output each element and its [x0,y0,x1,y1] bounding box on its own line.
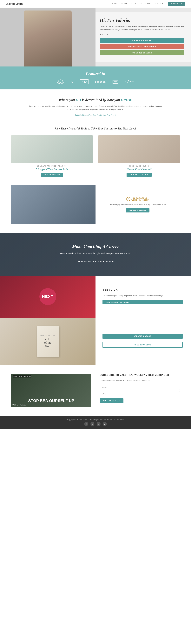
coaching-career-heading: Make Coaching A Career [28,244,163,249]
tool-btn-1[interactable]: GIVE ME ACCESS! [41,172,63,177]
video-area[interactable]: STOP BEA OURSELF UP Stop Beating Yoursel… [11,374,91,407]
book-cover: VALORIE BURTON Let Go of the Guil [37,326,59,357]
tool-card-1: 15-MINUTE FREE VIDEO TRAINING 5 Stages o… [11,135,93,177]
membership-body: Close the gap between where you are and … [109,203,166,206]
grow-body: If you want to grow your life, your rela… [28,104,163,111]
inquire-speaking-button[interactable]: INQUIRE ABOUT SPEAKING [103,300,183,304]
tool-title-2: How to Coach Yourself [98,168,180,171]
today-rainbow-icon [58,80,63,82]
nav-coaching[interactable]: COACHING [141,3,151,5]
tool-label-1: 15-MINUTE FREE VIDEO TRAINING [11,165,93,167]
subscribe-submit-button[interactable]: YES, I NEED THAT! [100,398,124,404]
membership-logo-text-block: SUCCESSFUL WOMEN'S ACADEMY [131,197,149,201]
nav-speaking[interactable]: SPEAKING [155,3,164,5]
name-field-group [100,385,180,390]
book-author: VALORIE BURTON [40,335,55,336]
email-field-group [100,391,180,396]
grow-heading: Where you GO is determined by how you GR… [28,98,163,102]
logo-oprah: O [70,80,73,84]
next-circle-decoration: NEXT [39,288,56,305]
tools-heading: Use These Powerful Tools to Take Your Su… [0,127,191,130]
membership-logo-main: SUCCESSFUL [131,197,149,199]
coaching-career-body: Learn to transform lives, create breakth… [28,252,163,255]
membership-logo: ✦ SUCCESSFUL WOMEN'S ACADEMY [126,197,149,201]
speaking-section: NEXT SPEAKING Timely messages. Lasting i… [0,276,191,318]
speaking-body: Timely messages. Lasting inspiration. So… [103,294,183,297]
speaking-content: SPEAKING Timely messages. Lasting inspir… [95,276,191,318]
footer-copyright: Copyright 2022 · 2023 Valorie Burton. Al… [5,419,186,420]
free-book-club-button[interactable]: FREE BOOK CLUB [103,342,183,348]
tool-image-1 [11,135,93,163]
navigation: valorieburton. ABOUT BOOKS BLOG COACHING… [0,0,191,8]
video-big-text: STOP BEA OURSELF UP [12,399,90,403]
membership-photo [11,185,95,224]
social-instagram[interactable]: in [97,422,101,426]
membership-content: ✦ SUCCESSFUL WOMEN'S ACADEMY Close the g… [95,185,180,224]
tool-card-2: FREE ONLINE COURSE How to Coach Yourself… [98,135,180,177]
logo-npr: npr [113,80,118,84]
hero-content: Hi, I'm Valorie. I use coaching and posi… [95,12,191,62]
social-facebook[interactable]: f [84,422,88,426]
featured-logos: TODAY O IOZ ESSENCE npr Los AngelesTimes [11,79,180,84]
hero-section: Hi, I'm Valorie. I use coaching and posi… [0,8,191,66]
nav-links: ABOUT BOOKS BLOG COACHING SPEAKING MEMBE… [110,2,186,6]
books-content: VALORIE'S BOOKS FREE BOOK CLUB [95,318,191,365]
take-free-classes-button[interactable]: TAKE FREE CLASSES [100,50,184,56]
books-section: VALORIE BURTON Let Go of the Guil VALORI… [0,318,191,365]
video-thumbnail: STOP BEA OURSELF UP Stop Beating Yoursel… [11,374,91,407]
tool-label-2: FREE ONLINE COURSE [98,165,180,167]
logo-oz: IOZ [80,79,88,84]
books-photo: VALORIE BURTON Let Go of the Guil [0,318,95,365]
featured-in-section: Featured In TODAY O IOZ ESSENCE npr Los … [0,66,191,90]
membership-nav-button[interactable]: MEMBERSHIP [168,2,186,6]
footer: Copyright 2022 · 2023 Valorie Burton. Al… [0,416,191,429]
logo-today: TODAY [57,80,64,84]
logo[interactable]: valorieburton. [5,2,23,6]
nav-books[interactable]: BOOKS [121,3,128,5]
logo-text: valorieburton. [5,2,23,5]
become-member-button[interactable]: BECOME A MEMBER [100,38,184,43]
email-input[interactable] [100,391,180,396]
hero-title: Hi, I'm Valorie. [100,18,184,23]
nav-about[interactable]: ABOUT [110,3,117,5]
featured-in-heading: Featured In [11,72,180,76]
tool-title-1: 5 Stages of Your Success Path [11,168,93,171]
hero-person-photo [24,10,72,66]
nav-blog[interactable]: BLOG [131,3,137,5]
speaking-photo: NEXT [0,276,95,318]
hero-start: Start here... [100,33,184,36]
hero-body: I use coaching and positive psychology r… [100,25,184,31]
grow-tagline: Build Resilience. Find Your Joy. Be Your… [28,114,163,117]
subscribe-section: STOP BEA OURSELF UP Stop Beating Yoursel… [0,365,191,416]
video-watch-label: Watch on ▶ YouTube [12,404,26,406]
subscribe-content: SUBSCRIBE TO VALORIE'S WEEKLY VIDEO MESS… [100,374,180,403]
subscribe-heading: SUBSCRIBE TO VALORIE'S WEEKLY VIDEO MESS… [100,374,180,377]
logo-essence: ESSENCE [95,81,106,83]
coaching-career-button[interactable]: LEARN ABOUT OUR COACH TRAINING [73,259,118,264]
membership-banner: ✦ SUCCESSFUL WOMEN'S ACADEMY Close the g… [11,185,180,224]
social-twitter[interactable]: t [90,422,94,426]
membership-logo-sub: WOMEN'S ACADEMY [131,199,149,201]
footer-social: f t in p [5,422,186,426]
membership-logo-icon: ✦ [126,197,130,201]
membership-cta-button[interactable]: BECOME A MEMBER [126,208,150,212]
subscribe-body: Get weekly video inspiration from Valori… [100,379,180,382]
name-input[interactable] [100,385,180,390]
logo-latimes: Los AngelesTimes [125,80,134,84]
speaking-photo-inner: NEXT [0,276,95,318]
coaching-career-section: Make Coaching A Career Learn to transfor… [0,233,191,276]
book-title: Let Go of the Guil [43,337,52,348]
hero-image [0,8,95,66]
tool-image-2 [98,135,180,163]
speaking-heading: SPEAKING [103,289,183,292]
valories-books-button[interactable]: VALORIE'S BOOKS [103,334,183,339]
become-certified-coach-button[interactable]: BECOME A CERTIFIED COACH [100,44,184,49]
tool-btn-2[interactable]: I'M READY, LET'S GO! [127,172,152,177]
social-pinterest[interactable]: p [103,422,107,426]
tools-grid: 15-MINUTE FREE VIDEO TRAINING 5 Stages o… [0,135,191,185]
grow-section: Where you GO is determined by how you GR… [0,90,191,127]
video-title-overlay: Stop Beating Yourself Up [12,375,31,378]
